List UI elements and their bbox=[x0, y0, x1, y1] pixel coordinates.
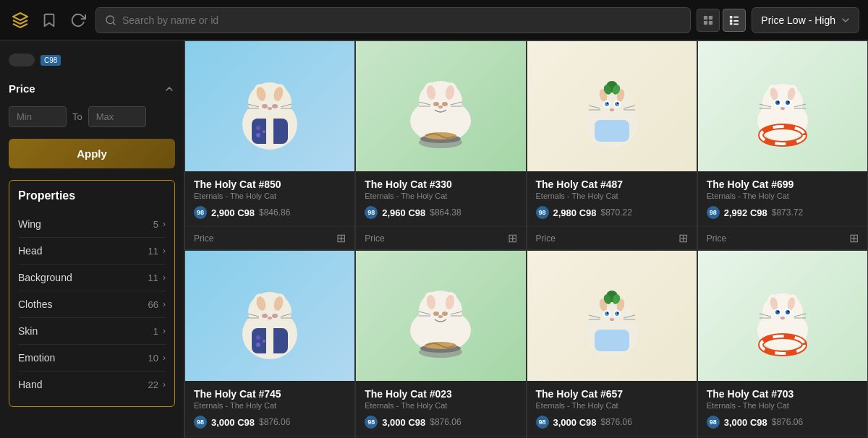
cart-icon[interactable]: ⊞ bbox=[336, 231, 346, 245]
card-collection: Eternals - The Holy Cat bbox=[707, 401, 859, 410]
price-usd: $876.06 bbox=[430, 417, 461, 427]
list-view-button[interactable] bbox=[723, 9, 746, 32]
card-price-row: 98 3,000 C98 $876.06 bbox=[536, 416, 688, 429]
card-price-row: 98 2,980 C98 $870.22 bbox=[536, 206, 688, 219]
svg-point-57 bbox=[610, 108, 614, 111]
svg-rect-5 bbox=[730, 15, 733, 18]
search-bar[interactable] bbox=[95, 7, 691, 33]
property-item-head[interactable]: Head 11 › bbox=[18, 238, 166, 265]
chevron-icon: › bbox=[163, 379, 166, 390]
card-image bbox=[527, 251, 697, 381]
card-collection: Eternals - The Holy Cat bbox=[365, 192, 516, 200]
svg-point-27 bbox=[256, 133, 260, 137]
card-image bbox=[356, 41, 525, 171]
card-body: The Holy Cat #330 Eternals - The Holy Ca… bbox=[356, 171, 525, 226]
c98-coin-icon: 98 bbox=[365, 416, 378, 429]
price-to-label: To bbox=[72, 111, 82, 122]
card-item[interactable]: The Holy Cat #745 Eternals - The Holy Ca… bbox=[184, 250, 355, 438]
svg-point-36 bbox=[442, 102, 448, 106]
c98-badge: C98 bbox=[41, 55, 61, 66]
price-usd: $846.86 bbox=[259, 207, 290, 218]
chevron-icon: › bbox=[163, 246, 166, 256]
price-c98: 2,992 C98 bbox=[724, 207, 767, 218]
property-right: 22 › bbox=[148, 379, 166, 390]
chevron-icon: › bbox=[163, 272, 166, 283]
svg-point-77 bbox=[788, 101, 789, 103]
refresh-icon[interactable] bbox=[67, 9, 90, 32]
c98-coin-icon: 98 bbox=[536, 416, 549, 429]
card-item[interactable]: The Holy Cat #487 Eternals - The Holy Ca… bbox=[527, 40, 697, 250]
price-c98: 2,960 C98 bbox=[382, 207, 425, 218]
search-input[interactable] bbox=[122, 14, 681, 26]
price-usd: $873.72 bbox=[772, 207, 803, 218]
svg-rect-139 bbox=[595, 330, 629, 351]
card-item[interactable]: The Holy Cat #657 Eternals - The Holy Ca… bbox=[527, 250, 697, 438]
svg-point-93 bbox=[268, 317, 272, 319]
layout: C98 Price To Apply Properties Wing 5 › bbox=[0, 40, 868, 438]
property-item-skin[interactable]: Skin 1 › bbox=[18, 318, 166, 345]
bookmark-icon[interactable] bbox=[38, 9, 61, 32]
property-label: Clothes bbox=[18, 299, 52, 310]
grid-view-button[interactable] bbox=[697, 9, 720, 32]
price-min-input[interactable] bbox=[9, 106, 67, 127]
search-icon bbox=[105, 14, 116, 26]
property-item-clothes[interactable]: Clothes 66 › bbox=[18, 291, 166, 318]
svg-rect-8 bbox=[733, 20, 739, 22]
svg-point-53 bbox=[605, 102, 609, 106]
price-c98: 3,000 C98 bbox=[553, 417, 597, 428]
cart-icon[interactable]: ⊞ bbox=[508, 231, 517, 245]
card-body: The Holy Cat #487 Eternals - The Holy Ca… bbox=[527, 171, 697, 226]
svg-rect-3 bbox=[704, 20, 707, 24]
price-max-input[interactable] bbox=[88, 106, 146, 127]
card-price-row: 98 3,000 C98 $876.06 bbox=[365, 416, 516, 429]
property-right: 5 › bbox=[153, 219, 166, 230]
property-item-wing[interactable]: Wing 5 › bbox=[18, 211, 166, 238]
card-title: The Holy Cat #703 bbox=[707, 388, 859, 400]
card-title: The Holy Cat #330 bbox=[365, 179, 516, 190]
apply-button[interactable]: Apply bbox=[9, 139, 175, 168]
c98-toggle[interactable] bbox=[9, 53, 35, 66]
svg-rect-6 bbox=[733, 16, 739, 17]
svg-point-91 bbox=[262, 314, 268, 318]
properties-list: Wing 5 › Head 11 › Background 11 › Cloth… bbox=[18, 211, 166, 398]
svg-point-28 bbox=[263, 130, 265, 133]
cards-grid: The Holy Cat #850 Eternals - The Holy Ca… bbox=[184, 40, 868, 438]
price-c98: 2,980 C98 bbox=[553, 207, 597, 218]
svg-rect-2 bbox=[709, 15, 712, 19]
property-item-emotion[interactable]: Emotion 10 › bbox=[18, 345, 166, 372]
price-c98: 3,000 C98 bbox=[724, 417, 767, 428]
logo-icon[interactable] bbox=[9, 9, 32, 32]
card-item[interactable]: The Holy Cat #703 Eternals - The Holy Ca… bbox=[697, 250, 868, 438]
svg-point-152 bbox=[780, 317, 785, 319]
svg-point-19 bbox=[268, 107, 272, 110]
property-right: 11 › bbox=[148, 272, 166, 283]
price-section-header[interactable]: Price bbox=[9, 77, 175, 100]
price-label: Price bbox=[365, 233, 384, 244]
card-collection: Eternals - The Holy Cat bbox=[536, 401, 688, 410]
svg-point-130 bbox=[617, 312, 618, 314]
card-item[interactable]: The Holy Cat #330 Eternals - The Holy Ca… bbox=[355, 40, 526, 250]
svg-point-151 bbox=[788, 311, 789, 312]
card-footer: Price ⊞ bbox=[527, 226, 697, 249]
cart-icon[interactable]: ⊞ bbox=[678, 231, 688, 245]
svg-point-148 bbox=[775, 310, 780, 314]
property-right: 11 › bbox=[148, 246, 166, 257]
chevron-icon: › bbox=[163, 353, 166, 363]
svg-rect-9 bbox=[730, 22, 733, 25]
card-item[interactable]: The Holy Cat #850 Eternals - The Holy Ca… bbox=[184, 40, 355, 250]
property-item-background[interactable]: Background 11 › bbox=[18, 265, 166, 291]
sort-dropdown[interactable]: Price Low - High bbox=[752, 7, 859, 33]
cart-icon[interactable]: ⊞ bbox=[849, 231, 859, 245]
card-item[interactable]: The Holy Cat #023 Eternals - The Holy Ca… bbox=[355, 250, 526, 438]
svg-rect-7 bbox=[730, 20, 733, 22]
property-count: 10 bbox=[148, 353, 158, 364]
c98-coin-icon: 98 bbox=[707, 206, 720, 219]
price-c98: 2,900 C98 bbox=[211, 207, 255, 218]
card-item[interactable]: The Holy Cat #699 Eternals - The Holy Ca… bbox=[697, 40, 868, 250]
svg-rect-1 bbox=[704, 15, 707, 19]
c98-filter-row[interactable]: C98 bbox=[9, 49, 175, 71]
c98-coin-icon: 98 bbox=[365, 206, 378, 219]
price-label: Price bbox=[707, 233, 726, 244]
property-item-hand[interactable]: Hand 22 › bbox=[18, 372, 166, 398]
svg-point-37 bbox=[438, 106, 443, 108]
